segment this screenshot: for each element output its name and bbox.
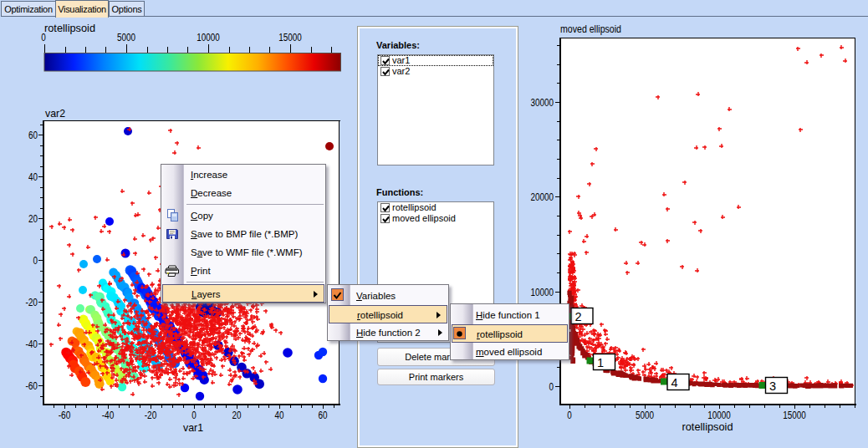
- svg-text:20000: 20000: [531, 191, 554, 203]
- svg-text:60: 60: [319, 409, 328, 421]
- svg-text:60: 60: [28, 129, 38, 141]
- svg-text:rotellipsoid: rotellipsoid: [44, 23, 95, 34]
- svg-text:var2: var2: [45, 107, 65, 120]
- svg-text:40: 40: [275, 409, 284, 421]
- svg-text:5000: 5000: [117, 31, 135, 43]
- svg-text:10000: 10000: [197, 31, 220, 43]
- svg-text:0: 0: [33, 254, 38, 267]
- svg-text:0: 0: [191, 409, 197, 421]
- svg-text:0: 0: [549, 380, 554, 393]
- svg-text:5000: 5000: [636, 409, 654, 421]
- svg-text:rotellipsoid: rotellipsoid: [682, 420, 733, 433]
- svg-text:-60: -60: [25, 379, 38, 392]
- svg-text:10000: 10000: [531, 286, 554, 298]
- svg-text:20: 20: [28, 212, 38, 225]
- svg-text:2: 2: [575, 310, 582, 323]
- svg-text:1: 1: [597, 356, 604, 369]
- svg-text:moved ellipsoid: moved ellipsoid: [560, 23, 621, 35]
- svg-text:var1: var1: [183, 421, 203, 434]
- svg-text:40: 40: [28, 171, 38, 183]
- svg-text:0: 0: [41, 31, 46, 43]
- svg-text:3: 3: [769, 379, 776, 393]
- svg-text:4: 4: [671, 376, 678, 389]
- svg-text:-40: -40: [102, 409, 115, 421]
- svg-text:30000: 30000: [531, 96, 554, 109]
- svg-text:-60: -60: [59, 409, 71, 421]
- svg-text:-20: -20: [25, 296, 38, 308]
- svg-text:-20: -20: [145, 409, 157, 421]
- svg-text:-40: -40: [25, 338, 38, 350]
- svg-text:10000: 10000: [707, 409, 731, 421]
- svg-text:20: 20: [232, 409, 242, 421]
- svg-text:0: 0: [567, 409, 572, 421]
- svg-text:15000: 15000: [278, 31, 302, 43]
- svg-text:15000: 15000: [783, 409, 806, 421]
